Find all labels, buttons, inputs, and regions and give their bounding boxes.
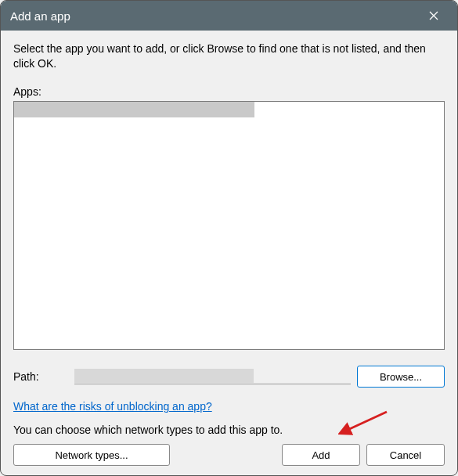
- intro-text: Select the app you want to add, or click…: [13, 41, 445, 71]
- dialog-title: Add an app: [10, 9, 420, 23]
- apps-list-item-selected[interactable]: [14, 102, 254, 117]
- apps-label: Apps:: [13, 85, 445, 98]
- path-row: Path: Browse...: [13, 366, 445, 388]
- button-spacer: [176, 444, 276, 466]
- dialog-content: Select the app you want to add, or click…: [1, 31, 457, 475]
- button-row: Network types... Add Cancel: [13, 444, 445, 466]
- network-types-button[interactable]: Network types...: [13, 444, 170, 466]
- add-button[interactable]: Add: [282, 444, 360, 466]
- path-input-value: [74, 369, 254, 383]
- browse-button[interactable]: Browse...: [357, 366, 445, 388]
- cancel-button[interactable]: Cancel: [366, 444, 445, 466]
- titlebar: Add an app: [1, 1, 457, 31]
- apps-listbox[interactable]: [13, 101, 445, 350]
- risks-link[interactable]: What are the risks of unblocking an app?: [13, 400, 212, 413]
- add-an-app-dialog: Add an app Select the app you want to ad…: [0, 0, 458, 476]
- network-types-note: You can choose which network types to ad…: [13, 424, 445, 436]
- close-button[interactable]: [420, 2, 448, 30]
- path-label: Path:: [13, 370, 68, 383]
- path-input[interactable]: [74, 369, 351, 384]
- close-icon: [429, 11, 438, 20]
- risks-link-row: What are the risks of unblocking an app?: [13, 400, 445, 413]
